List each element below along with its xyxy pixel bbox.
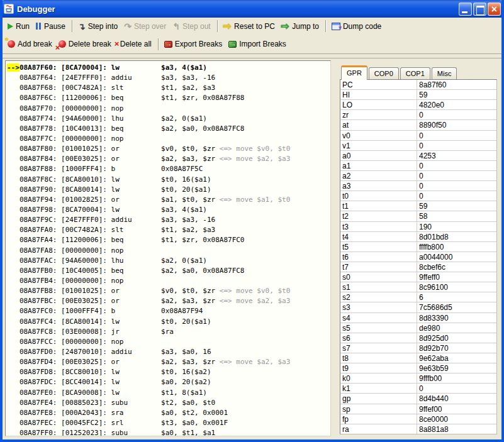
disasm-line[interactable]: 08A87F8C: [8CA80010]: lw $t0, 16($a1): [7, 175, 330, 185]
register-row[interactable]: t6a0044000: [340, 252, 496, 262]
register-value[interactable]: 9ffef00: [417, 404, 496, 414]
register-row[interactable]: s68d925d0: [340, 333, 496, 343]
disasm-line[interactable]: 08A87FC4: [8CA80014]: lw $t0, 20($a1): [7, 317, 330, 327]
register-row[interactable]: zr0: [340, 110, 496, 120]
register-value[interactable]: 0: [417, 191, 496, 201]
step-into-button[interactable]: Step into: [76, 20, 121, 33]
disasm-line[interactable]: 08A87F64: [24E7FFF0]: addiu $a3, $a3, -1…: [7, 73, 330, 83]
register-row[interactable]: at8890f50: [340, 120, 496, 130]
register-value[interactable]: a0044000: [417, 252, 496, 262]
disasm-line[interactable]: 08A87FE0: [8CA90008]: lw $t1, 8($a1): [7, 388, 330, 398]
register-value[interactable]: 4820e0: [417, 100, 496, 109]
register-row[interactable]: s18c96100: [340, 282, 496, 292]
register-row[interactable]: LO4820e0: [340, 100, 496, 110]
register-row[interactable]: s26: [340, 292, 496, 302]
disasm-line[interactable]: 08A87FAC: [94A60000]: lhu $a2, 0($a1): [7, 256, 330, 266]
register-value[interactable]: 0: [417, 181, 496, 191]
register-row[interactable]: t5ffffb800: [340, 242, 496, 252]
disasm-line[interactable]: 08A87F80: [01001025]: or $v0, $t0, $zr <…: [7, 144, 330, 154]
export-breaks-button[interactable]: Export Breaks: [162, 38, 226, 50]
register-row[interactable]: t159: [340, 201, 496, 211]
disasm-line[interactable]: 08A87FA8: [00000000]: nop: [7, 246, 330, 256]
register-value[interactable]: 58: [417, 211, 496, 221]
disasm-line[interactable]: 08A87F84: [00E03025]: or $a2, $a3, $zr <…: [7, 154, 330, 164]
register-row[interactable]: t3190: [340, 222, 496, 232]
register-row[interactable]: t48d01bd8: [340, 232, 496, 242]
register-value[interactable]: 8d4b440: [417, 394, 496, 403]
register-value[interactable]: 0: [417, 141, 496, 150]
tab-cop1[interactable]: COP1: [400, 67, 430, 79]
register-row[interactable]: sp9ffef00: [340, 404, 496, 414]
jump-to-button[interactable]: Jump to: [279, 19, 323, 33]
disasm-line[interactable]: 08A87F9C: [24E7FFF0]: addiu $a3, $a3, -1…: [7, 215, 330, 225]
disasm-line[interactable]: 08A87FC8: [03E00008]: jr $ra: [7, 327, 330, 337]
register-value[interactable]: 8d92b70: [417, 343, 496, 353]
tab-cop0[interactable]: COP0: [369, 67, 399, 79]
register-row[interactable]: ra8a881a8: [340, 424, 496, 434]
register-row[interactable]: t89e62aba: [340, 353, 496, 363]
tab-gpr[interactable]: GPR: [341, 65, 367, 80]
disassembly-panel[interactable]: -->08A87F60: [8CA70004]: lw $a3, 4($a1) …: [5, 60, 331, 436]
disasm-line[interactable]: 08A87FE8: [000A2043]: sra $a0, $t2, 0x00…: [7, 408, 330, 418]
register-value[interactable]: 4253: [417, 151, 496, 160]
register-row[interactable]: PC8a87f60: [340, 80, 496, 90]
register-row[interactable]: k10: [340, 384, 496, 394]
disasm-line[interactable]: 08A87FEC: [00045FC2]: srl $t3, $a0, 0x00…: [7, 418, 330, 428]
disasm-line[interactable]: 08A87FC0: [1000FFF4]: b 0x08A87F94: [7, 306, 330, 316]
register-row[interactable]: s48d83390: [340, 313, 496, 323]
register-row[interactable]: fp8ce0000: [340, 414, 496, 424]
register-value[interactable]: 8c96100: [417, 282, 496, 292]
register-value[interactable]: 8a87f60: [417, 80, 496, 89]
register-row[interactable]: v00: [340, 131, 496, 141]
disasm-line[interactable]: 08A87F78: [10C40013]: beq $a2, $a0, 0x08…: [7, 124, 330, 134]
register-value[interactable]: ffffb800: [417, 242, 496, 251]
register-value[interactable]: 6: [417, 292, 496, 302]
disasm-line[interactable]: 08A87FA0: [00C7482A]: slt $t1, $a2, $a3: [7, 225, 330, 235]
register-row[interactable]: HI59: [340, 90, 496, 100]
register-value[interactable]: 8ce0000: [417, 414, 496, 424]
disasm-line[interactable]: -->08A87F60: [8CA70004]: lw $a3, 4($a1): [7, 63, 330, 73]
register-value[interactable]: 59: [417, 90, 496, 99]
register-row[interactable]: t99e63b59: [340, 363, 496, 373]
register-row[interactable]: s37c5686d5: [340, 302, 496, 312]
disasm-line[interactable]: 08A87FE4: [00885023]: subu $t2, $a0, $t0: [7, 398, 330, 408]
register-value[interactable]: 8890f50: [417, 120, 496, 130]
disasm-line[interactable]: 08A87F88: [1000FFF4]: b 0x08A87F5C: [7, 164, 330, 174]
register-value[interactable]: 0: [417, 131, 496, 140]
register-row[interactable]: s78d92b70: [340, 343, 496, 353]
register-value[interactable]: 0: [417, 161, 496, 170]
disasm-line[interactable]: 08A87FA4: [11200006]: beq $t1, $zr, 0x08…: [7, 235, 330, 245]
disasm-line[interactable]: 08A87FDC: [8CC40014]: lw $a0, 20($a2): [7, 377, 330, 387]
disasm-line[interactable]: 08A87F90: [8CA80014]: lw $t0, 20($a1): [7, 185, 330, 195]
register-value[interactable]: 7c5686d5: [417, 302, 496, 312]
register-row[interactable]: a10: [340, 161, 496, 171]
register-row[interactable]: a20: [340, 171, 496, 181]
disasm-line[interactable]: 08A87FD8: [8CC80010]: lw $t0, 16($a2): [7, 367, 330, 377]
disasm-line[interactable]: 08A87F74: [94A60000]: lhu $a2, 0($a1): [7, 114, 330, 124]
register-row[interactable]: a04253: [340, 151, 496, 161]
disasm-line[interactable]: 08A87F70: [00000000]: nop: [7, 104, 330, 114]
register-row[interactable]: v10: [340, 141, 496, 151]
pause-button[interactable]: Pause: [33, 21, 69, 32]
register-value[interactable]: de980: [417, 323, 496, 333]
register-value[interactable]: 0: [417, 171, 496, 180]
register-value[interactable]: 59: [417, 201, 496, 211]
disasm-line[interactable]: 08A87F68: [00C7482A]: slt $t1, $a2, $a3: [7, 83, 330, 93]
register-value[interactable]: 0: [417, 384, 496, 393]
maximize-button[interactable]: [473, 3, 486, 16]
register-row[interactable]: t00: [340, 191, 496, 201]
delete-all-button[interactable]: Delete all: [115, 38, 155, 50]
disasm-line[interactable]: 08A87FD4: [00E03025]: or $a2, $a3, $zr <…: [7, 357, 330, 367]
register-row[interactable]: t78cbef6c: [340, 262, 496, 272]
register-row[interactable]: gp8d4b440: [340, 394, 496, 404]
disasm-line[interactable]: 08A87F94: [01002825]: or $a1, $t0, $zr <…: [7, 195, 330, 205]
register-row[interactable]: k09fffb00: [340, 373, 496, 384]
tab-misc[interactable]: Misc: [432, 67, 457, 79]
register-value[interactable]: 0: [417, 110, 496, 119]
register-value[interactable]: 8a881a8: [417, 424, 496, 434]
dump-code-button[interactable]: Dump code: [329, 21, 385, 32]
register-value[interactable]: 8d83390: [417, 313, 496, 323]
register-value[interactable]: 9e62aba: [417, 353, 496, 363]
add-break-button[interactable]: Add break: [5, 38, 56, 50]
minimize-button[interactable]: [459, 3, 472, 16]
